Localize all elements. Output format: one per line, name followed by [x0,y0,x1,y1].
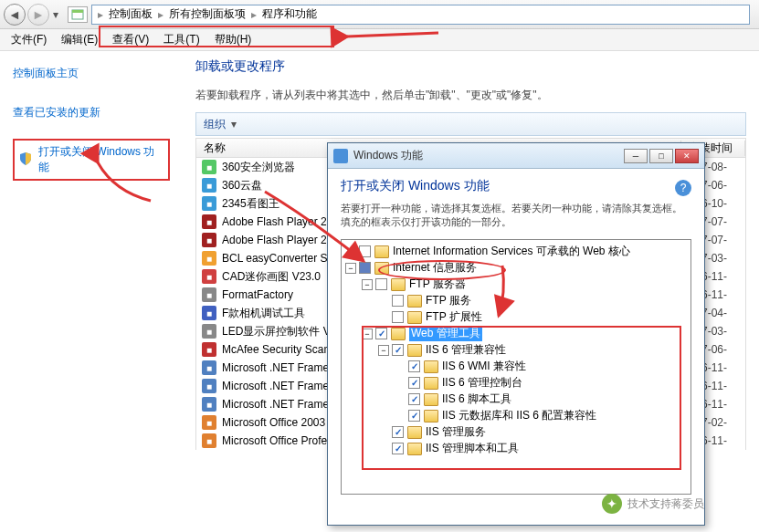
sidebar-features-label: 打开或关闭 Windows 功能 [38,144,164,175]
menu-help[interactable]: 帮助(H) [209,30,258,49]
dialog-heading: 打开或关闭 Windows 功能 [341,178,691,194]
bc-item-2[interactable]: 程序和功能 [258,6,321,22]
expander-icon [395,411,406,422]
expander-icon [395,394,406,405]
shield-icon [18,151,33,169]
tree-node-label: Web 管理工具 [409,326,482,341]
feature-tree[interactable]: Internet Information Services 可承载的 Web 核… [341,239,691,495]
folder-icon [391,278,406,291]
checkbox[interactable] [392,344,404,356]
app-icon: ■ [202,306,216,320]
folder-icon [407,344,422,357]
dialog-description: 若要打开一种功能，请选择其复选框。若要关闭一种功能，请清除其复选框。填充的框表示… [341,202,691,230]
app-icon: ■ [202,433,216,448]
folder-icon [424,377,438,390]
expander-icon [378,312,389,323]
menu-edit[interactable]: 编辑(E) [56,30,103,49]
checkbox[interactable] [392,295,404,307]
breadcrumb[interactable]: ▸ 控制面板 ▸ 所有控制面板项 ▸ 程序和功能 [91,5,750,25]
expander-icon [378,427,389,438]
checkbox[interactable] [392,311,404,323]
tree-node[interactable]: FTP 服务 [345,293,687,309]
tree-node[interactable]: IIS 6 WMI 兼容性 [345,359,687,375]
expander-icon [345,246,356,257]
history-dropdown[interactable]: ▾ [51,8,64,21]
menu-file[interactable]: 文件(F) [5,30,52,49]
app-icon: ■ [202,233,216,247]
close-button[interactable]: ✕ [675,149,699,163]
windows-icon [333,149,348,163]
nav-bar: ◄ ► ▾ ▸ 控制面板 ▸ 所有控制面板项 ▸ 程序和功能 [0,0,759,29]
tree-node-label: IIS 6 管理控制台 [442,375,522,391]
tree-node-label: IIS 管理脚本和工具 [426,441,519,456]
checkbox[interactable] [375,328,387,339]
tree-node[interactable]: −FTP 服务器 [345,276,687,293]
checkbox[interactable] [359,262,371,274]
menu-view[interactable]: 查看(V) [107,30,154,49]
tree-node[interactable]: −Internet 信息服务 [345,260,687,276]
checkbox[interactable] [408,393,420,405]
folder-icon [407,311,422,324]
tree-node[interactable]: IIS 管理服务 [345,424,687,441]
menu-tools[interactable]: 工具(T) [158,30,205,49]
organize-button[interactable]: 组织 [204,117,226,132]
dialog-titlebar[interactable]: Windows 功能 ─ □ ✕ [328,143,704,169]
toolbar: 组织 ▾ [195,112,746,136]
back-button[interactable]: ◄ [4,4,26,26]
folder-icon [424,410,438,422]
watermark: ✦ 技术支持蒋委员 [602,494,704,514]
app-icon: ■ [202,360,216,375]
tree-node-label: FTP 服务器 [409,276,466,292]
sidebar-home[interactable]: 控制面板主页 [13,60,170,87]
tree-node-label: FTP 扩展性 [426,309,482,325]
help-icon[interactable]: ? [675,180,691,196]
minimize-button[interactable]: ─ [624,149,648,163]
tree-node-label: IIS 6 管理兼容性 [426,342,506,358]
page-description: 若要卸载程序，请从列表中将其选中，然后单击"卸载"、"更改"或"修复"。 [195,88,746,103]
expander-icon[interactable]: − [362,329,373,339]
checkbox[interactable] [359,245,371,257]
expander-icon [395,378,406,389]
watermark-text: 技术支持蒋委员 [627,496,704,512]
checkbox[interactable] [375,278,387,290]
tree-node-label: FTP 服务 [426,293,471,308]
tree-node[interactable]: FTP 扩展性 [345,309,687,326]
checkbox[interactable] [408,377,420,389]
expander-icon[interactable]: − [345,263,356,274]
svg-rect-1 [72,10,83,13]
bc-item-1[interactable]: 所有控制面板项 [165,6,249,22]
expander-icon[interactable]: − [378,345,389,356]
tree-node[interactable]: −Web 管理工具 [345,326,687,342]
wechat-icon: ✦ [602,494,622,514]
tree-node[interactable]: IIS 6 脚本工具 [345,391,687,408]
maximize-button[interactable]: □ [649,149,673,163]
checkbox[interactable] [408,360,420,372]
folder-icon [407,443,422,455]
expander-icon[interactable]: − [362,279,373,290]
app-icon: ■ [202,379,216,393]
app-icon: ■ [202,196,216,211]
tree-node[interactable]: IIS 6 管理控制台 [345,375,687,391]
forward-button[interactable]: ► [27,4,49,26]
checkbox[interactable] [408,410,420,422]
checkbox[interactable] [392,443,404,454]
tree-node[interactable]: Internet Information Services 可承载的 Web 核… [345,244,687,260]
tree-node-label: IIS 6 脚本工具 [442,391,511,407]
organize-dropdown-icon[interactable]: ▾ [231,118,237,130]
sidebar-windows-features[interactable]: 打开或关闭 Windows 功能 [13,139,170,181]
sidebar: 控制面板主页 查看已安装的更新 打开或关闭 Windows 功能 [0,51,183,532]
tree-node-label: IIS 6 WMI 兼容性 [442,359,526,374]
tree-node[interactable]: IIS 元数据库和 IIS 6 配置兼容性 [345,408,687,424]
checkbox[interactable] [392,426,404,438]
folder-icon [424,393,438,406]
app-icon: ■ [202,287,216,302]
tree-node-label: Internet 信息服务 [393,260,477,276]
tree-node[interactable]: −IIS 6 管理兼容性 [345,342,687,359]
tree-node[interactable]: IIS 管理脚本和工具 [345,441,687,457]
bc-item-0[interactable]: 控制面板 [105,6,156,22]
tree-node-label: IIS 管理服务 [426,424,486,440]
folder-icon [407,295,422,308]
expander-icon [378,296,389,307]
sidebar-updates[interactable]: 查看已安装的更新 [13,99,170,126]
windows-features-dialog: Windows 功能 ─ □ ✕ ? 打开或关闭 Windows 功能 若要打开… [327,142,705,526]
